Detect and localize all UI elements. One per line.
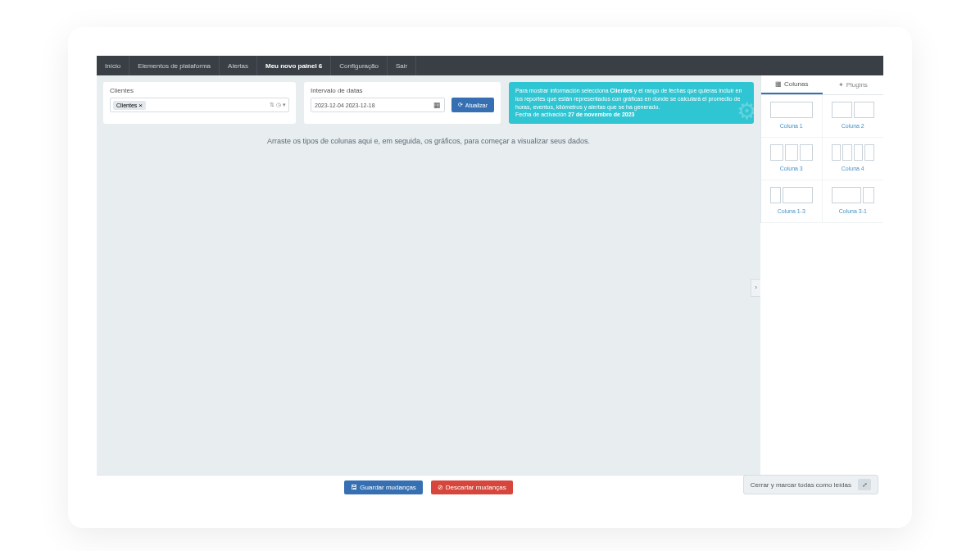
main-content: Clientes Clientes × ⇅ ◷ ▾ I [97, 75, 760, 499]
save-button[interactable]: 🖫 Guardar mudanças [344, 480, 422, 494]
tab-columns[interactable]: ▦ Colunas [761, 75, 823, 94]
toast-expand-icon[interactable]: ⤢ [858, 479, 871, 490]
gear-icon: ⚙ [737, 95, 754, 124]
column-types-grid: Coluna 1Coluna 2Coluna 3Coluna 4Coluna 1… [761, 95, 883, 223]
column-box [770, 102, 813, 118]
column-type-item[interactable]: Coluna 1 [761, 95, 823, 138]
remove-tag-icon[interactable]: × [138, 102, 143, 109]
stepper-icon[interactable]: ⇅ [270, 102, 274, 108]
nav-platform-elements[interactable]: Elementos de plataforma [129, 56, 220, 75]
clients-multiselect[interactable]: Clientes × ⇅ ◷ ▾ [110, 98, 289, 112]
sidebar-collapse-handle[interactable]: › [751, 279, 760, 297]
column-type-label: Coluna 3 [780, 166, 803, 171]
column-box [832, 102, 852, 118]
column-type-item[interactable]: Coluna 3 [761, 138, 823, 180]
calendar-icon[interactable]: ▦ [433, 101, 441, 109]
column-box [800, 144, 813, 161]
footer-bar: 🖫 Guardar mudanças ⊘ Descartar mudanças [97, 475, 760, 499]
sidebar-tabs: ▦ Colunas ✦ Plugins [761, 75, 883, 95]
nav-my-panel[interactable]: Meu novo painel 6 [257, 56, 331, 75]
refresh-label: Atualizar [465, 102, 488, 108]
column-type-label: Coluna 3-1 [839, 208, 867, 214]
nav-home[interactable]: Início [97, 56, 129, 75]
info-callout: Para mostrar información selecciona Clie… [509, 82, 754, 124]
column-type-label: Coluna 1 [780, 123, 803, 129]
column-box [832, 187, 862, 203]
column-box [770, 187, 782, 203]
column-box [854, 144, 864, 161]
date-range-input[interactable]: 2023-12-04 2023-12-18 ▦ [311, 98, 445, 112]
column-type-label: Coluna 2 [842, 123, 864, 129]
app-window: Início Elementos de plataforma Alertas M… [97, 56, 883, 499]
columns-icon: ▦ [775, 80, 782, 88]
clients-tag-label: Clientes [116, 102, 137, 108]
chevron-down-icon[interactable]: ▾ [283, 102, 286, 108]
column-preview [770, 102, 813, 118]
nav-alerts[interactable]: Alertas [220, 56, 257, 75]
tab-columns-label: Colunas [784, 80, 808, 88]
column-box [832, 144, 842, 161]
plugin-icon: ✦ [838, 81, 844, 89]
column-preview [770, 187, 813, 203]
clock-icon[interactable]: ◷ [276, 102, 281, 108]
column-type-item[interactable]: Coluna 4 [823, 138, 884, 180]
clients-tag: Clientes × [113, 101, 146, 110]
refresh-button[interactable]: ⟳ Atualizar [451, 98, 494, 112]
column-type-label: Coluna 4 [842, 166, 864, 171]
discard-label: Descartar mudanças [446, 484, 506, 491]
column-box [863, 187, 874, 203]
column-box [864, 144, 874, 161]
column-box [854, 102, 874, 118]
clients-filter-card: Clientes Clientes × ⇅ ◷ ▾ [103, 82, 296, 124]
column-type-item[interactable]: Coluna 3-1 [823, 180, 884, 223]
info-text-pre: Para mostrar información selecciona [515, 88, 610, 93]
info-activation-label: Fecha de activación [515, 112, 568, 117]
column-preview [832, 102, 874, 118]
info-activation-date: 27 de novembro de 2023 [568, 112, 634, 117]
date-range-card: Intervalo de datas 2023-12-04 2023-12-18… [304, 82, 501, 124]
tab-plugins-label: Plugins [846, 81, 868, 89]
save-icon: 🖫 [351, 484, 357, 491]
sidebar: ▦ Colunas ✦ Plugins Coluna 1Coluna 2Colu… [760, 75, 883, 223]
date-range-value: 2023-12-04 2023-12-18 [315, 102, 375, 108]
nav-exit[interactable]: Sair [388, 56, 416, 75]
save-label: Guardar mudanças [360, 484, 415, 491]
refresh-icon: ⟳ [458, 102, 463, 108]
column-box [785, 144, 798, 161]
toast-text: Cerrar y marcar todas como leídas [751, 481, 851, 489]
column-type-label: Coluna 1-3 [778, 208, 805, 214]
top-navbar: Início Elementos de plataforma Alertas M… [97, 56, 883, 75]
clients-label: Clientes [110, 87, 289, 94]
discard-button[interactable]: ⊘ Descartar mudanças [431, 480, 513, 494]
column-preview [770, 144, 813, 161]
column-preview [832, 144, 874, 161]
column-box [783, 187, 813, 203]
date-range-label: Intervalo de datas [311, 87, 494, 94]
column-box [770, 144, 783, 161]
info-bold-clientes: Clientes [610, 88, 633, 93]
column-type-item[interactable]: Coluna 2 [823, 95, 884, 138]
toast-notification: Cerrar y marcar todas como leídas ⤢ [743, 475, 878, 494]
sidebar-wrap: › ▦ Colunas ✦ Plugins Coluna 1Coluna 2Co… [760, 75, 883, 499]
tab-plugins[interactable]: ✦ Plugins [823, 75, 884, 94]
nav-config[interactable]: Configuração [331, 56, 388, 75]
column-preview [832, 187, 874, 203]
filters-row: Clientes Clientes × ⇅ ◷ ▾ I [97, 75, 760, 130]
column-box [842, 144, 852, 161]
discard-icon: ⊘ [438, 484, 443, 491]
column-type-item[interactable]: Coluna 1-3 [761, 180, 823, 223]
drop-zone-hint[interactable]: Arraste os tipos de colunas aqui e, em s… [97, 130, 760, 475]
